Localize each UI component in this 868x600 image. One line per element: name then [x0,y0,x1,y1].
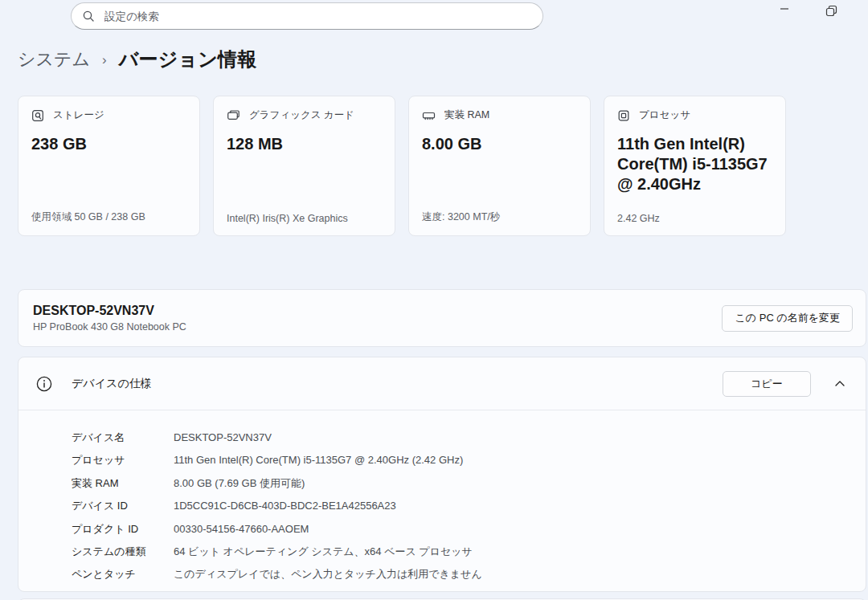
breadcrumb-system[interactable]: システム [18,47,90,71]
spec-value: 00330-54156-47660-AAOEM [174,518,866,541]
spec-label: ペンとタッチ [72,563,174,586]
spec-row-device-name: デバイス名 DESKTOP-52VN37V [72,427,866,449]
device-specs-card: デバイスの仕様 コピー デバイス名 DESKTOP-52VN37V プロセッサ … [18,357,866,592]
ram-card-value: 8.00 GB [422,134,577,154]
spec-label: 実装 RAM [72,472,174,495]
ram-card-label: 実装 RAM [444,108,489,122]
storage-card-value: 238 GB [31,134,186,154]
page-title: バージョン情報 [119,47,257,72]
chevron-right-icon: › [102,51,107,68]
spec-label: プロセッサ [72,449,174,471]
spec-row-ram: 実装 RAM 8.00 GB (7.69 GB 使用可能) [72,472,866,495]
storage-card-label: ストレージ [53,108,104,122]
spec-value: DESKTOP-52VN37V [174,427,866,449]
ram-card-caption: 速度: 3200 MT/秒 [422,210,577,224]
restore-icon [825,5,837,17]
gpu-icon [227,109,240,122]
spec-row-system-type: システムの種類 64 ビット オペレーティング システム、x64 ベース プロセ… [72,541,866,563]
ram-card: 実装 RAM 8.00 GB 速度: 3200 MT/秒 [408,96,591,236]
spec-label: デバイス名 [72,427,174,449]
spec-row-product-id: プロダクト ID 00330-54156-47660-AAOEM [72,518,866,541]
spec-value: 64 ビット オペレーティング システム、x64 ベース プロセッサ [174,541,866,563]
search-input[interactable] [103,10,531,23]
spec-row-processor: プロセッサ 11th Gen Intel(R) Core(TM) i5-1135… [72,449,866,471]
rename-pc-button[interactable]: この PC の名前を変更 [722,305,853,332]
device-name: DESKTOP-52VN37V [33,304,186,318]
storage-icon [31,109,44,122]
device-specs-body: デバイス名 DESKTOP-52VN37V プロセッサ 11th Gen Int… [18,410,866,586]
search-icon [83,10,94,22]
graphics-card-caption: Intel(R) Iris(R) Xe Graphics [227,213,382,224]
device-model: HP ProBook 430 G8 Notebook PC [33,321,186,333]
spec-value: 11th Gen Intel(R) Core(TM) i5-1135G7 @ 2… [174,449,866,471]
search-box [71,2,543,30]
processor-card-caption: 2.42 GHz [617,213,772,224]
device-specs-title: デバイスの仕様 [72,377,152,391]
chevron-up-icon [835,381,845,386]
minimize-button[interactable] [773,0,796,19]
collapse-toggle[interactable] [830,374,850,394]
spec-label: デバイス ID [72,495,174,517]
device-name-card: DESKTOP-52VN37V HP ProBook 430 G8 Notebo… [18,289,866,347]
breadcrumb: システム › バージョン情報 [18,47,256,72]
ram-icon [422,109,436,122]
spec-label: システムの種類 [72,541,174,563]
spec-row-pen-touch: ペンとタッチ このディスプレイでは、ペン入力とタッチ入力は利用できません [72,563,866,586]
spec-row-device-id: デバイス ID 1D5CC91C-D6CB-403D-BDC2-BE1A4255… [72,495,866,517]
spec-label: プロダクト ID [72,518,174,541]
summary-cards: ストレージ 238 GB 使用領域 50 GB / 238 GB グラフィックス… [18,96,786,236]
graphics-card-label: グラフィックス カード [249,108,354,122]
graphics-card: グラフィックス カード 128 MB Intel(R) Iris(R) Xe G… [213,96,395,236]
copy-button[interactable]: コピー [723,371,811,397]
cpu-icon [617,109,630,122]
storage-card-caption: 使用領域 50 GB / 238 GB [31,210,186,224]
minimize-icon [780,4,789,14]
graphics-card-value: 128 MB [227,134,382,154]
processor-card-value: 11th Gen Intel(R) Core(TM) i5-1135G7 @ 2… [617,134,772,194]
processor-card: プロセッサ 11th Gen Intel(R) Core(TM) i5-1135… [604,96,786,236]
device-identity: DESKTOP-52VN37V HP ProBook 430 G8 Notebo… [33,304,186,333]
spec-value: 1D5CC91C-D6CB-403D-BDC2-BE1A42556A23 [174,495,866,517]
processor-card-label: プロセッサ [639,108,690,122]
device-specs-header[interactable]: デバイスの仕様 コピー [18,357,866,410]
spec-value: このディスプレイでは、ペン入力とタッチ入力は利用できません [174,563,866,586]
storage-card: ストレージ 238 GB 使用領域 50 GB / 238 GB [18,96,200,236]
info-icon [36,376,52,392]
spec-value: 8.00 GB (7.69 GB 使用可能) [174,472,866,495]
restore-button[interactable] [820,0,842,21]
